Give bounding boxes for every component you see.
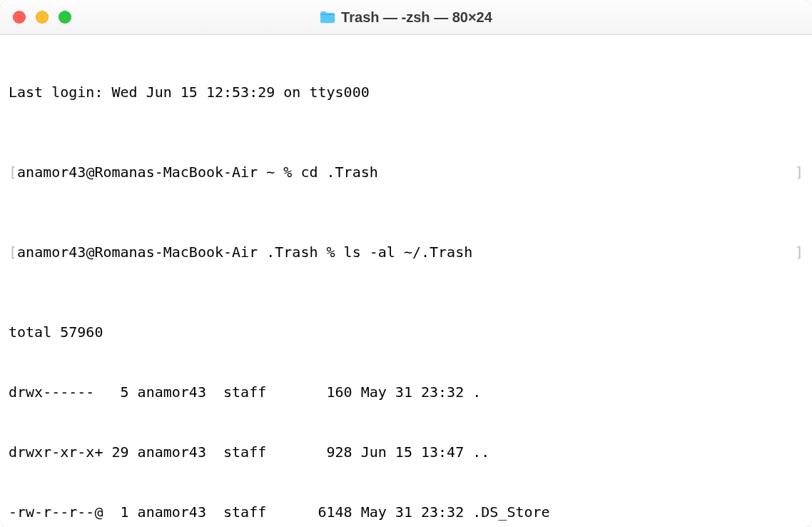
bracket-right-icon: ] [795,162,803,182]
bracket-left-icon: [ [9,162,17,182]
window-title-wrap: Trash — -zsh — 80×24 [0,9,812,26]
titlebar: Trash — -zsh — 80×24 [0,0,812,35]
prompt-1: anamor43@Romanas-MacBook-Air ~ % [17,164,300,181]
ls-row: drwx------ 5 anamor43 staff 160 May 31 2… [9,382,803,402]
ls-total-line: total 57960 [9,322,803,342]
terminal-body[interactable]: Last login: Wed Jun 15 12:53:29 on ttys0… [0,35,812,527]
last-login-line: Last login: Wed Jun 15 12:53:29 on ttys0… [9,82,803,102]
prompt-2: anamor43@Romanas-MacBook-Air .Trash % [17,244,344,261]
command-2: ls -al ~/.Trash [344,244,473,261]
ls-row: drwxr-xr-x+ 29 anamor43 staff 928 Jun 15… [9,442,803,462]
prompt-line-1: [anamor43@Romanas-MacBook-Air ~ % cd .Tr… [9,162,803,182]
close-button[interactable] [13,11,26,24]
terminal-window: Trash — -zsh — 80×24 Last login: Wed Jun… [0,0,812,527]
ls-row: -rw-r--r--@ 1 anamor43 staff 6148 May 31… [9,502,803,522]
prompt-line-2: [anamor43@Romanas-MacBook-Air .Trash % l… [9,242,803,262]
minimize-button[interactable] [36,11,49,24]
command-1: cd .Trash [300,164,377,181]
traffic-lights [0,11,71,24]
fullscreen-button[interactable] [59,11,71,24]
bracket-left-icon: [ [9,242,17,262]
folder-icon [320,11,335,24]
bracket-right-icon: ] [795,242,803,262]
window-title: Trash — -zsh — 80×24 [341,9,492,26]
